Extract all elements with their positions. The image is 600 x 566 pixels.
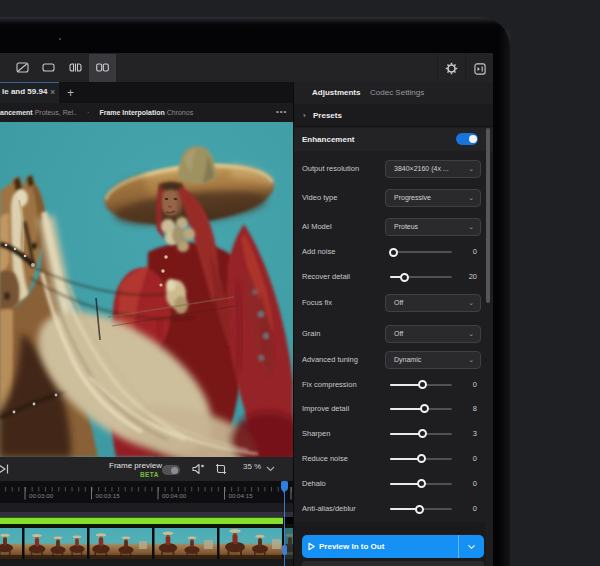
svg-text:00:04:00: 00:04:00: [162, 492, 187, 499]
svg-text:00:04:15: 00:04:15: [229, 492, 254, 499]
svg-text:00:03:00: 00:03:00: [29, 492, 54, 499]
svg-text:00:03:15: 00:03:15: [96, 492, 121, 499]
